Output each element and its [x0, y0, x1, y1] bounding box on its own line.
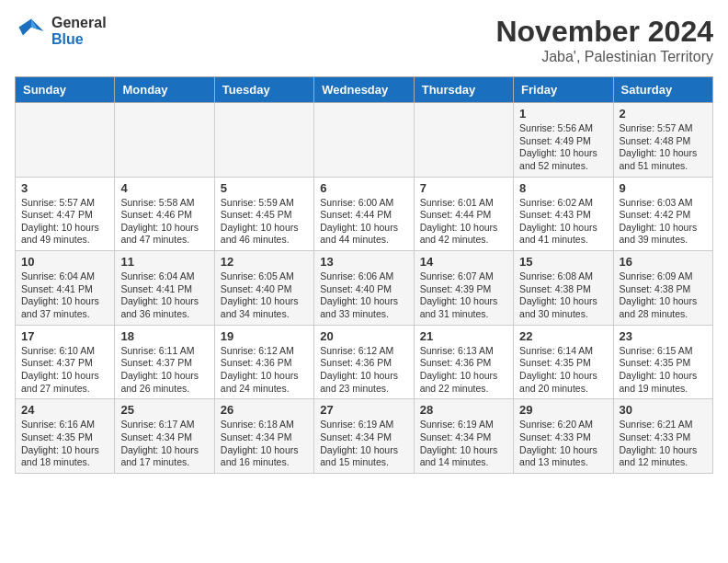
- day-info: Daylight: 10 hours and 14 minutes.: [420, 444, 507, 469]
- day-number: 17: [21, 329, 108, 343]
- calendar-cell: 28Sunrise: 6:19 AMSunset: 4:34 PMDayligh…: [414, 399, 513, 474]
- day-info: Sunrise: 6:07 AM: [420, 270, 507, 283]
- day-info: Sunset: 4:34 PM: [420, 431, 507, 444]
- logo: General Blue: [15, 15, 107, 48]
- day-number: 5: [221, 181, 308, 195]
- calendar-table: SundayMondayTuesdayWednesdayThursdayFrid…: [15, 76, 713, 474]
- calendar-cell: 22Sunrise: 6:14 AMSunset: 4:35 PMDayligh…: [514, 325, 613, 399]
- calendar-cell: [16, 103, 115, 178]
- calendar-week-row: 10Sunrise: 6:04 AMSunset: 4:41 PMDayligh…: [16, 251, 713, 326]
- day-info: Daylight: 10 hours and 42 minutes.: [420, 222, 507, 247]
- day-number: 14: [420, 255, 507, 269]
- column-header-monday: Monday: [115, 77, 214, 103]
- calendar-cell: [115, 103, 214, 178]
- day-number: 23: [620, 329, 707, 343]
- calendar-cell: 25Sunrise: 6:17 AMSunset: 4:34 PMDayligh…: [115, 399, 214, 474]
- day-info: Daylight: 10 hours and 52 minutes.: [519, 147, 607, 172]
- day-info: Sunrise: 6:05 AM: [221, 270, 308, 283]
- day-info: Sunset: 4:34 PM: [120, 431, 208, 444]
- calendar-body: 1Sunrise: 5:56 AMSunset: 4:49 PMDaylight…: [16, 103, 713, 474]
- calendar-cell: 29Sunrise: 6:20 AMSunset: 4:33 PMDayligh…: [514, 399, 613, 474]
- day-number: 20: [320, 329, 407, 343]
- day-info: Sunrise: 5:56 AM: [519, 122, 607, 135]
- day-info: Sunrise: 5:57 AM: [21, 197, 108, 210]
- day-number: 3: [21, 181, 108, 195]
- day-number: 16: [620, 255, 707, 269]
- day-number: 11: [120, 255, 208, 269]
- day-info: Sunset: 4:36 PM: [320, 357, 407, 370]
- day-info: Sunrise: 6:10 AM: [21, 345, 108, 358]
- calendar-cell: 30Sunrise: 6:21 AMSunset: 4:33 PMDayligh…: [613, 399, 712, 474]
- day-number: 12: [221, 255, 308, 269]
- calendar-cell: 6Sunrise: 6:00 AMSunset: 4:44 PMDaylight…: [314, 177, 414, 251]
- day-info: Sunset: 4:37 PM: [120, 357, 208, 370]
- day-number: 9: [620, 181, 707, 195]
- logo-text: General Blue: [51, 15, 107, 48]
- calendar-cell: 15Sunrise: 6:08 AMSunset: 4:38 PMDayligh…: [514, 251, 613, 326]
- day-number: 8: [519, 181, 607, 195]
- day-number: 1: [519, 107, 607, 121]
- day-info: Daylight: 10 hours and 20 minutes.: [519, 370, 607, 395]
- calendar-cell: 4Sunrise: 5:58 AMSunset: 4:46 PMDaylight…: [115, 177, 214, 251]
- day-info: Daylight: 10 hours and 30 minutes.: [519, 295, 607, 320]
- day-info: Daylight: 10 hours and 41 minutes.: [519, 222, 607, 247]
- day-info: Daylight: 10 hours and 39 minutes.: [620, 222, 707, 247]
- page-header: General Blue November 2024 Jaba', Palest…: [15, 15, 713, 65]
- calendar-cell: 12Sunrise: 6:05 AMSunset: 4:40 PMDayligh…: [214, 251, 313, 326]
- day-info: Sunrise: 6:11 AM: [120, 345, 208, 358]
- day-info: Sunset: 4:38 PM: [519, 283, 607, 296]
- day-info: Daylight: 10 hours and 18 minutes.: [21, 444, 108, 469]
- day-info: Daylight: 10 hours and 49 minutes.: [21, 222, 108, 247]
- calendar-cell: 13Sunrise: 6:06 AMSunset: 4:40 PMDayligh…: [314, 251, 414, 326]
- day-info: Sunset: 4:33 PM: [519, 431, 607, 444]
- day-info: Sunrise: 6:08 AM: [519, 270, 607, 283]
- day-info: Daylight: 10 hours and 46 minutes.: [221, 222, 308, 247]
- day-number: 27: [320, 403, 407, 417]
- day-info: Sunrise: 6:16 AM: [21, 419, 108, 431]
- calendar-week-row: 24Sunrise: 6:16 AMSunset: 4:35 PMDayligh…: [16, 399, 713, 474]
- day-info: Sunrise: 6:20 AM: [519, 419, 607, 431]
- day-info: Sunrise: 6:09 AM: [620, 270, 707, 283]
- calendar-cell: 1Sunrise: 5:56 AMSunset: 4:49 PMDaylight…: [514, 103, 613, 178]
- day-info: Sunrise: 6:03 AM: [620, 197, 707, 210]
- day-info: Sunrise: 6:15 AM: [620, 345, 707, 358]
- day-info: Sunset: 4:41 PM: [120, 283, 208, 296]
- calendar-cell: [214, 103, 313, 178]
- calendar-subtitle: Jaba', Palestinian Territory: [495, 49, 713, 65]
- day-info: Daylight: 10 hours and 13 minutes.: [519, 444, 607, 469]
- day-info: Sunset: 4:40 PM: [320, 283, 407, 296]
- day-info: Sunset: 4:43 PM: [519, 209, 607, 222]
- day-number: 19: [221, 329, 308, 343]
- day-number: 4: [120, 181, 208, 195]
- calendar-cell: 10Sunrise: 6:04 AMSunset: 4:41 PMDayligh…: [16, 251, 115, 326]
- day-info: Sunset: 4:42 PM: [620, 209, 707, 222]
- calendar-cell: 19Sunrise: 6:12 AMSunset: 4:36 PMDayligh…: [214, 325, 313, 399]
- column-header-saturday: Saturday: [613, 77, 712, 103]
- day-info: Daylight: 10 hours and 16 minutes.: [221, 444, 308, 469]
- calendar-cell: 27Sunrise: 6:19 AMSunset: 4:34 PMDayligh…: [314, 399, 414, 474]
- day-info: Daylight: 10 hours and 44 minutes.: [320, 222, 407, 247]
- day-info: Daylight: 10 hours and 23 minutes.: [320, 370, 407, 395]
- day-info: Sunset: 4:39 PM: [420, 283, 507, 296]
- calendar-cell: 23Sunrise: 6:15 AMSunset: 4:35 PMDayligh…: [613, 325, 712, 399]
- day-number: 21: [420, 329, 507, 343]
- day-number: 26: [221, 403, 308, 417]
- day-info: Daylight: 10 hours and 28 minutes.: [620, 295, 707, 320]
- day-info: Sunrise: 6:12 AM: [320, 345, 407, 358]
- day-info: Sunrise: 6:21 AM: [620, 419, 707, 431]
- calendar-cell: 7Sunrise: 6:01 AMSunset: 4:44 PMDaylight…: [414, 177, 513, 251]
- day-info: Daylight: 10 hours and 47 minutes.: [120, 222, 208, 247]
- day-number: 28: [420, 403, 507, 417]
- day-info: Sunset: 4:41 PM: [21, 283, 108, 296]
- day-info: Sunrise: 5:59 AM: [221, 197, 308, 210]
- calendar-title: November 2024: [495, 15, 713, 49]
- day-info: Sunrise: 6:19 AM: [420, 419, 507, 431]
- day-info: Sunrise: 5:58 AM: [120, 197, 208, 210]
- day-info: Sunset: 4:34 PM: [320, 431, 407, 444]
- day-info: Sunset: 4:36 PM: [420, 357, 507, 370]
- calendar-cell: 2Sunrise: 5:57 AMSunset: 4:48 PMDaylight…: [613, 103, 712, 178]
- calendar-cell: 17Sunrise: 6:10 AMSunset: 4:37 PMDayligh…: [16, 325, 115, 399]
- calendar-cell: [314, 103, 414, 178]
- day-info: Sunset: 4:47 PM: [21, 209, 108, 222]
- calendar-cell: 5Sunrise: 5:59 AMSunset: 4:45 PMDaylight…: [214, 177, 313, 251]
